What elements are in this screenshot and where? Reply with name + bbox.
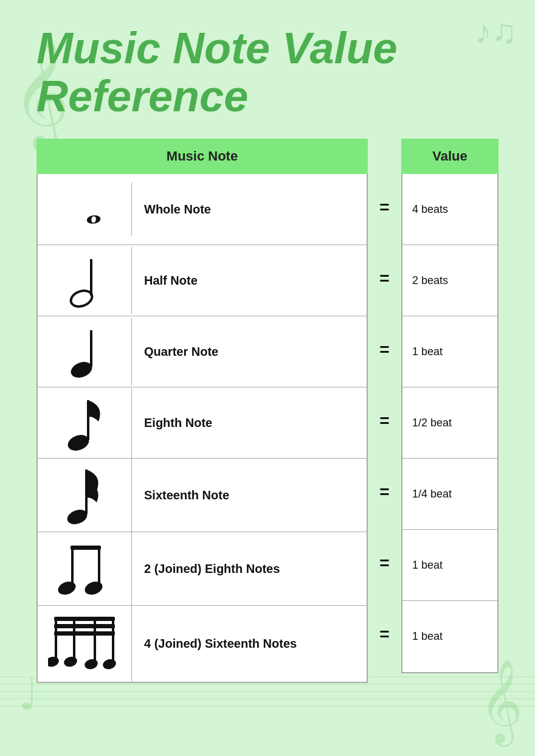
equals-item: = (368, 314, 401, 385)
value-row: 2 beats (402, 245, 497, 316)
page-title: Music Note Value Reference (36, 24, 397, 120)
equals-column: = = = = = = = (368, 172, 401, 670)
note-name-cell: Sixteenth Note (132, 482, 367, 508)
table-row: Sixteenth Note (38, 459, 367, 532)
joined-eighth-notes-icon (57, 538, 112, 599)
music-note-header: Music Note (36, 139, 368, 174)
note-name-cell: Whole Note (132, 196, 367, 223)
equals-item: = (368, 527, 401, 598)
quarter-note-icon (68, 324, 102, 379)
eighth-note-icon (65, 394, 105, 452)
svg-point-27 (48, 656, 60, 668)
note-name-cell: Half Note (132, 268, 367, 294)
note-icon-cell (38, 318, 132, 385)
note-name-cell: 4 (Joined) Sixteenth Notes (132, 631, 367, 657)
table-row: Eighth Note (38, 387, 367, 459)
value-row: 1 beat (402, 316, 497, 387)
svg-point-20 (57, 580, 78, 597)
value-row: 1 beat (402, 530, 497, 601)
value-row: 1/2 beat (402, 387, 497, 459)
table-row: Half Note (38, 245, 367, 316)
note-name-cell: 2 (Joined) Eighth Notes (132, 556, 367, 582)
equals-item: = (368, 598, 401, 670)
svg-rect-25 (54, 631, 115, 636)
svg-point-33 (102, 658, 117, 671)
equals-item: = (368, 243, 401, 314)
half-note-icon (68, 253, 102, 308)
table-row: Quarter Note (38, 316, 367, 387)
joined-sixteenth-notes-icon (48, 612, 121, 676)
note-icon-cell (38, 606, 132, 682)
equals-item: = (368, 172, 401, 243)
table-row: 4 (Joined) Sixteenth Notes (38, 606, 367, 682)
note-icon-cell (38, 459, 132, 532)
svg-point-22 (83, 580, 104, 597)
table-row: 2 (Joined) Eighth Notes (38, 532, 367, 606)
note-icon-cell (38, 247, 132, 314)
note-name-cell: Eighth Note (132, 410, 367, 436)
value-row: 1 beat (402, 601, 497, 672)
note-name-cell: Quarter Note (132, 339, 367, 365)
table-row: 𝅝 Whole Note (38, 174, 367, 245)
value-row: 4 beats (402, 174, 497, 245)
value-row: 1/4 beat (402, 459, 497, 530)
note-icon-cell: 𝅝 (38, 182, 132, 236)
value-header: Value (401, 139, 499, 174)
svg-point-31 (83, 658, 98, 671)
equals-item: = (368, 456, 401, 527)
svg-point-29 (63, 656, 78, 668)
value-table: Value 4 beats 2 beats 1 beat 1/2 beat 1/… (401, 139, 499, 673)
svg-rect-18 (71, 546, 101, 550)
music-note-table: Music Note 𝅝 Whole Note (36, 139, 368, 683)
svg-rect-23 (54, 617, 115, 621)
note-icon-cell (38, 388, 132, 458)
equals-item: = (368, 385, 401, 456)
sixteenth-note-icon (65, 465, 105, 525)
note-icon-cell (38, 532, 132, 605)
svg-rect-24 (54, 624, 115, 628)
